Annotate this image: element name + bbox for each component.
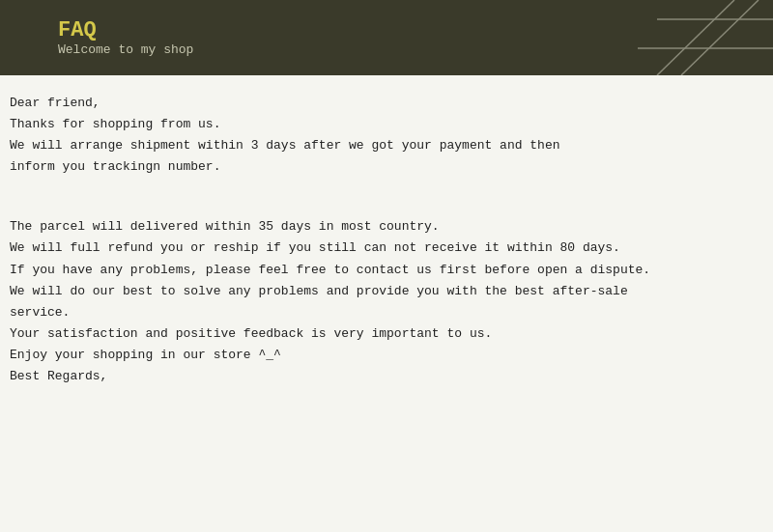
header-title: FAQ bbox=[58, 18, 193, 42]
content-line-9: service. bbox=[10, 302, 763, 323]
faq-content: Dear friend, Thanks for shopping from us… bbox=[0, 75, 773, 532]
content-line-6: We will full refund you or reship if you… bbox=[10, 238, 763, 259]
content-line-12: Best Regards, bbox=[10, 366, 763, 387]
header-text-block: FAQ Welcome to my shop bbox=[58, 18, 193, 57]
svg-line-1 bbox=[681, 0, 759, 75]
page-header: FAQ Welcome to my shop bbox=[0, 0, 773, 75]
content-line-4: inform you trackingn number. bbox=[10, 156, 763, 178]
content-line-2: Thanks for shopping from us. bbox=[10, 114, 763, 135]
header-decoration-icon bbox=[580, 0, 773, 75]
content-line-5: The parcel will delivered within 35 days… bbox=[10, 216, 763, 238]
content-line-8: We will do our best to solve any problem… bbox=[10, 281, 763, 302]
content-line-11: Enjoy your shopping in our store ^_^ bbox=[10, 345, 763, 366]
header-subtitle: Welcome to my shop bbox=[58, 42, 193, 57]
content-line-10: Your satisfaction and positive feedback … bbox=[10, 323, 763, 345]
content-spacer bbox=[10, 178, 763, 216]
content-line-1: Dear friend, bbox=[10, 93, 763, 114]
content-line-7: If you have any problems, please feel fr… bbox=[10, 260, 763, 281]
content-line-3: We will arrange shipment within 3 days a… bbox=[10, 135, 763, 156]
svg-line-0 bbox=[657, 0, 734, 75]
